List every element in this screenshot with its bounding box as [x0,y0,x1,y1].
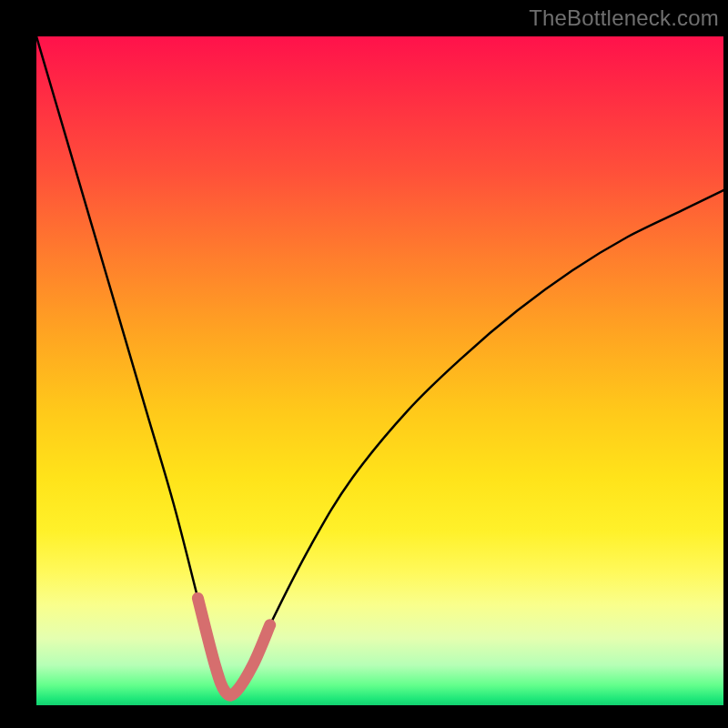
curve-layer [36,36,723,705]
watermark-text: TheBottleneck.com [529,5,719,31]
chart-stage: TheBottleneck.com [0,0,728,728]
plot-area [36,36,723,705]
bottleneck-curve [36,36,723,695]
bottleneck-highlight [197,598,269,695]
